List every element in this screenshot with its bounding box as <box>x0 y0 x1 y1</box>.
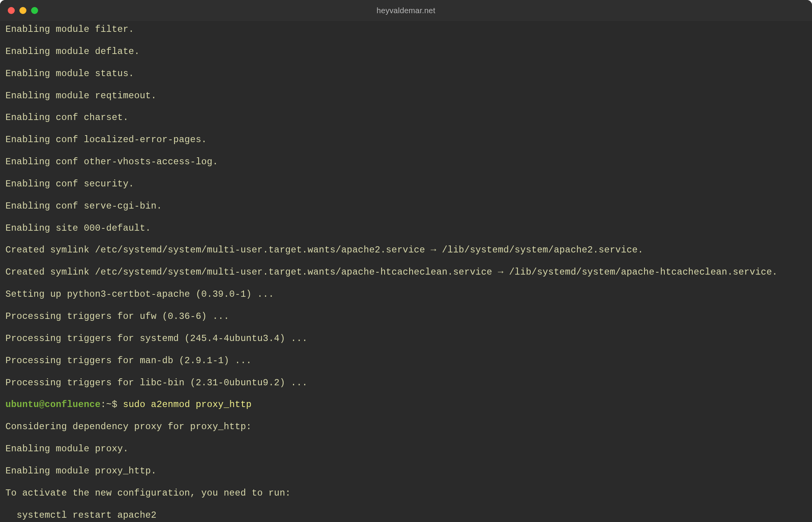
prompt-host: confluence <box>45 399 101 410</box>
terminal-window: heyvaldemar.net Enabling module filter. … <box>0 0 812 522</box>
output-line: Enabling module status. <box>5 68 807 79</box>
prompt-colon: : <box>101 399 106 410</box>
output-line: Enabling conf localized-error-pages. <box>5 134 807 145</box>
terminal-body[interactable]: Enabling module filter. Enabling module … <box>0 21 812 522</box>
output-line: Enabling conf charset. <box>5 112 807 123</box>
minimize-button[interactable] <box>19 7 26 14</box>
output-line: Enabling conf security. <box>5 179 807 190</box>
output-line: Enabling conf other-vhosts-access-log. <box>5 157 807 167</box>
command-text: sudo a2enmod proxy_http <box>123 399 251 410</box>
output-line: To activate the new configuration, you n… <box>5 488 807 499</box>
output-line: Enabling module deflate. <box>5 46 807 57</box>
output-line: Enabling module filter. <box>5 24 807 35</box>
output-line: Enabling module reqtimeout. <box>5 90 807 101</box>
prompt-symbol: $ <box>112 399 117 410</box>
output-line: Processing triggers for systemd (245.4-4… <box>5 333 807 344</box>
close-button[interactable] <box>8 7 15 14</box>
prompt-user: ubuntu <box>5 399 39 410</box>
output-line: systemctl restart apache2 <box>5 510 807 521</box>
output-line: Setting up python3-certbot-apache (0.39.… <box>5 289 807 300</box>
title-bar: heyvaldemar.net <box>0 0 812 21</box>
prompt-line: ubuntu@confluence:~$ sudo a2enmod proxy_… <box>5 399 807 410</box>
maximize-button[interactable] <box>31 7 38 14</box>
output-line: Enabling module proxy_http. <box>5 466 807 477</box>
output-line: Created symlink /etc/systemd/system/mult… <box>5 245 807 256</box>
window-title: heyvaldemar.net <box>376 6 435 15</box>
output-line: Processing triggers for ufw (0.36-6) ... <box>5 311 807 322</box>
prompt-path: ~ <box>106 399 112 410</box>
output-line: Enabling site 000-default. <box>5 223 807 234</box>
traffic-lights <box>8 7 38 14</box>
output-line: Created symlink /etc/systemd/system/mult… <box>5 267 807 278</box>
output-line: Enabling module proxy. <box>5 444 807 454</box>
output-line: Processing triggers for libc-bin (2.31-0… <box>5 378 807 388</box>
output-line: Processing triggers for man-db (2.9.1-1)… <box>5 355 807 366</box>
prompt-at: @ <box>39 399 44 410</box>
output-line: Enabling conf serve-cgi-bin. <box>5 201 807 212</box>
output-line: Considering dependency proxy for proxy_h… <box>5 421 807 432</box>
